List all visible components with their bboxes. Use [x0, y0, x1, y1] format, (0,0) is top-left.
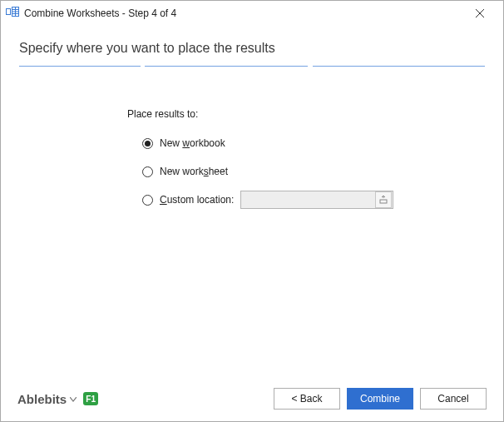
window-title: Combine Worksheets - Step 4 of 4 — [24, 7, 176, 19]
footer: Ablebits F1 < Back Combine Cancel — [1, 379, 503, 421]
dialog-window: Combine Worksheets - Step 4 of 4 Specify… — [0, 0, 504, 422]
svg-rect-8 — [380, 200, 387, 203]
combine-button[interactable]: Combine — [347, 388, 413, 410]
brand-link[interactable]: Ablebits — [17, 392, 77, 406]
radio-new-worksheet[interactable] — [142, 166, 153, 177]
combine-worksheets-icon — [6, 7, 19, 20]
custom-location-input[interactable] — [241, 191, 374, 208]
divider — [19, 66, 485, 67]
cancel-button[interactable]: Cancel — [420, 388, 487, 410]
content-area: Specify where you want to place the resu… — [1, 26, 503, 379]
range-picker-button[interactable] — [375, 191, 392, 208]
radio-label-new-worksheet[interactable]: New worksheet — [160, 166, 228, 177]
close-icon — [476, 9, 484, 17]
titlebar: Combine Worksheets - Step 4 of 4 — [1, 1, 503, 26]
page-heading: Specify where you want to place the resu… — [19, 37, 485, 66]
radio-custom-location[interactable] — [142, 195, 153, 206]
radio-label-new-workbook[interactable]: New workbook — [160, 137, 225, 149]
option-custom-location[interactable]: Custom location: — [142, 191, 485, 208]
chevron-down-icon — [70, 395, 77, 404]
svg-rect-0 — [7, 9, 11, 15]
brand-label: Ablebits — [17, 392, 67, 406]
close-button[interactable] — [463, 2, 497, 24]
radio-new-workbook[interactable] — [142, 138, 153, 149]
collapse-dialog-icon — [379, 196, 388, 204]
form-area: Place results to: New workbook New works… — [19, 67, 485, 220]
radio-label-custom-location[interactable]: Custom location: — [160, 194, 234, 206]
group-label: Place results to: — [127, 108, 485, 120]
help-button[interactable]: F1 — [83, 392, 98, 405]
back-button[interactable]: < Back — [274, 388, 340, 410]
option-new-workbook[interactable]: New workbook — [142, 135, 485, 151]
option-new-worksheet[interactable]: New worksheet — [142, 163, 485, 180]
custom-location-field — [240, 191, 393, 209]
